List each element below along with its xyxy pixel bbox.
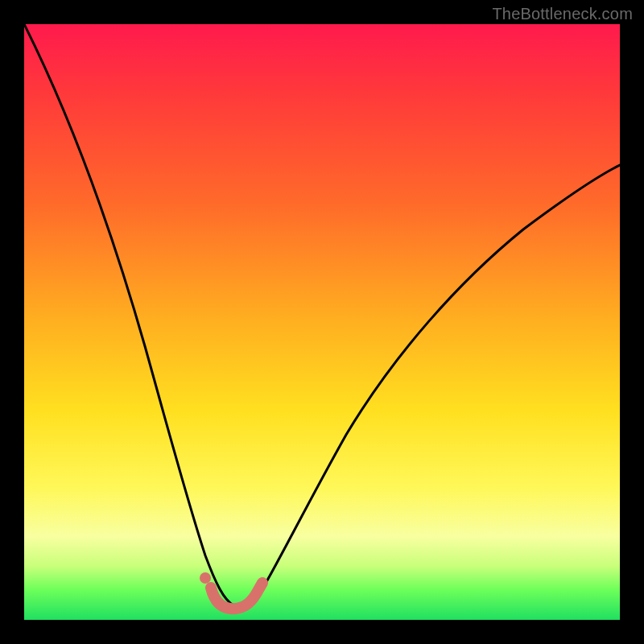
bottleneck-curve [24, 24, 620, 607]
curve-layer [24, 24, 620, 620]
watermark-text: TheBottleneck.com [492, 5, 633, 23]
chart-frame: TheBottleneck.com [0, 0, 644, 644]
trough-dot [200, 572, 211, 584]
plot-area [24, 24, 620, 620]
